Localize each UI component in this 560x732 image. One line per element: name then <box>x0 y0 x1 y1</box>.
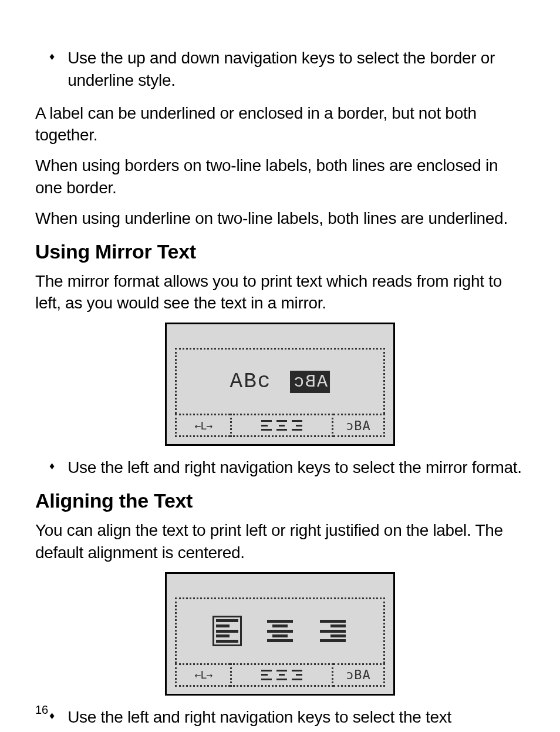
lcd-main-area: ABc ABc <box>175 348 385 414</box>
paragraph: The mirror format allows you to print te… <box>35 270 525 315</box>
align-right-option <box>320 617 346 644</box>
bullet-item: ♦ Use the up and down navigation keys to… <box>49 47 525 92</box>
bullet-item: ♦ Use the left and right navigation keys… <box>49 456 525 479</box>
paragraph: When using borders on two-line labels, b… <box>35 155 525 199</box>
align-center-option <box>267 617 293 644</box>
lcd-status-bar: ←L→ ɔBA <box>175 414 385 437</box>
heading-mirror-text: Using Mirror Text <box>35 240 525 263</box>
lcd-figure-mirror: ABc ABc ←L→ ɔBA <box>35 323 525 446</box>
lcd-align-indicators <box>230 663 333 687</box>
lcd-status-right: ɔBA <box>333 414 385 437</box>
align-center-icon <box>276 420 287 431</box>
align-center-icon <box>276 670 287 680</box>
align-right-icon <box>292 420 302 431</box>
diamond-icon: ♦ <box>49 51 55 92</box>
align-left-option-selected <box>214 617 240 644</box>
lcd-nav-hint: ←L→ <box>175 414 230 437</box>
lcd-figure-align: ←L→ ɔBA <box>35 572 525 696</box>
paragraph: When using underline on two-line labels,… <box>35 207 525 230</box>
diamond-icon: ♦ <box>49 460 55 479</box>
lcd-nav-hint: ←L→ <box>175 663 230 687</box>
bullet-text: Use the up and down navigation keys to s… <box>68 47 525 92</box>
lcd-screen: ABc ABc ←L→ ɔBA <box>165 323 395 446</box>
lcd-mirrored-text: ABc <box>290 371 330 393</box>
bullet-item: ♦ Use the left and right navigation keys… <box>49 706 525 732</box>
lcd-main-area <box>175 597 385 663</box>
diamond-icon: ♦ <box>49 710 55 732</box>
heading-aligning-text: Aligning the Text <box>35 489 525 512</box>
paragraph: You can align the text to print left or … <box>35 519 525 564</box>
align-left-icon <box>261 420 272 431</box>
lcd-align-indicators <box>230 414 333 437</box>
align-left-icon <box>261 670 272 680</box>
lcd-status-right: ɔBA <box>333 663 385 687</box>
bullet-text: Use the left and right navigation keys t… <box>68 456 522 479</box>
page-number: 16 <box>35 703 48 717</box>
lcd-status-bar: ←L→ ɔBA <box>175 663 385 687</box>
lcd-screen: ←L→ ɔBA <box>165 572 395 696</box>
lcd-normal-text: ABc <box>230 370 272 394</box>
bullet-text: Use the left and right navigation keys t… <box>68 706 525 732</box>
paragraph: A label can be underlined or enclosed in… <box>35 102 525 147</box>
align-right-icon <box>292 670 302 680</box>
